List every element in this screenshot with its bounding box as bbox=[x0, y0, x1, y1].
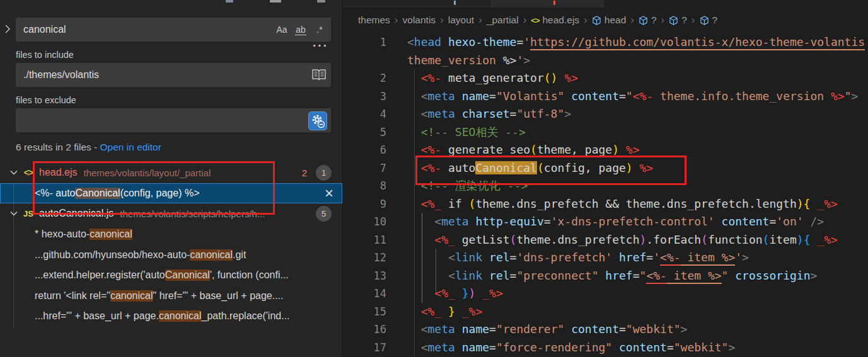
panel-action-icon[interactable] bbox=[270, 0, 281, 3]
code-line[interactable]: 17 <meta name="force-rendering" content=… bbox=[343, 339, 868, 357]
code-token: /> bbox=[810, 215, 824, 228]
code-token: config, page bbox=[544, 161, 626, 174]
use-exclude-settings-toggle[interactable] bbox=[308, 111, 327, 130]
toggle-search-details-button[interactable]: ··· bbox=[313, 40, 328, 52]
code-token: = bbox=[633, 269, 640, 282]
code-token: http-equiv bbox=[475, 215, 543, 228]
code-line[interactable]: 6 <%- generate_seo(theme, page) %> bbox=[343, 141, 868, 159]
indent bbox=[407, 269, 448, 282]
open-in-editor-link[interactable]: Open in editor bbox=[100, 142, 161, 152]
search-open-editors-toggle[interactable] bbox=[311, 68, 327, 82]
code-token: " bbox=[626, 89, 633, 103]
code-token: <%- bbox=[421, 161, 442, 174]
file-result-row[interactable]: <>head.ejsthemes/volantis/layout/_partia… bbox=[0, 162, 342, 183]
gear-exclude-icon bbox=[309, 112, 327, 130]
line-number[interactable]: 1 bbox=[343, 33, 386, 52]
chevron-down-icon bbox=[9, 167, 19, 178]
code-token: = bbox=[769, 215, 776, 228]
code-token: <%_ bbox=[434, 286, 455, 300]
line-number[interactable]: 12 bbox=[343, 249, 386, 267]
code-line[interactable]: 15 <%_ } _%> bbox=[343, 303, 868, 321]
match-row[interactable]: ...href="' + base_url + page.canonical_p… bbox=[0, 306, 342, 327]
code-token: < bbox=[421, 322, 428, 336]
files-to-exclude-input[interactable] bbox=[16, 108, 331, 132]
code-line[interactable]: 1<head hexo-theme='https://github.com/vo… bbox=[343, 33, 868, 52]
code-line[interactable]: 2 <%- meta_generator() %> bbox=[343, 69, 868, 88]
code-token: crossorigin bbox=[735, 269, 810, 282]
file-result-row[interactable]: JSautoCanonical.jsthemes/volantis/script… bbox=[0, 203, 342, 224]
code-token: <%- bbox=[633, 89, 654, 103]
panel-action-icon[interactable] bbox=[226, 0, 233, 3]
line-number[interactable]: 9 bbox=[343, 195, 386, 213]
code-token: %> bbox=[640, 161, 654, 174]
code-token bbox=[619, 143, 626, 156]
code-token bbox=[653, 89, 660, 103]
toggle-replace-button[interactable] bbox=[3, 23, 13, 35]
match-row[interactable]: return '<link rel="canonical" href="' + … bbox=[0, 286, 342, 307]
line-number[interactable]: 8 bbox=[343, 177, 386, 195]
book-icon bbox=[311, 68, 327, 82]
line-number[interactable]: 6 bbox=[343, 141, 386, 159]
match-post-text: _path.replace('ind... bbox=[201, 310, 289, 322]
code-token: ) bbox=[797, 233, 804, 246]
js-file-icon: JS bbox=[20, 209, 37, 218]
code-token: = bbox=[516, 35, 523, 48]
match-row[interactable]: * hexo-auto-canonical bbox=[0, 224, 342, 245]
code-token: " bbox=[845, 89, 852, 103]
line-number[interactable]: 11 bbox=[343, 231, 386, 249]
code-token: meta bbox=[441, 215, 468, 228]
search-results-tree: <>head.ejsthemes/volantis/layout/_partia… bbox=[0, 162, 342, 327]
code-line[interactable]: 9 <%_ if (theme.dns_prefetch && theme.dn… bbox=[343, 195, 868, 213]
line-number[interactable]: 16 bbox=[343, 320, 386, 339]
line-number[interactable]: 14 bbox=[343, 285, 386, 303]
indent bbox=[407, 286, 434, 300]
code-token: %> bbox=[503, 54, 517, 67]
code-token: _%> bbox=[817, 197, 838, 210]
match-row[interactable]: <%- autoCanonical(config, page) %>× bbox=[0, 183, 342, 204]
twistie[interactable] bbox=[9, 208, 20, 218]
code-token: ( bbox=[763, 233, 770, 246]
code-text: <meta charset="utf-8"> bbox=[407, 105, 571, 123]
code-token bbox=[455, 322, 462, 336]
indent bbox=[407, 233, 434, 246]
code-line[interactable]: 8 <!-- 渲染优化 --> bbox=[343, 177, 868, 195]
code-token: ) bbox=[612, 143, 619, 156]
code-line[interactable]: 16 <meta name="renderer" content="webkit… bbox=[343, 320, 868, 339]
match-post-text: (config, page) %> bbox=[120, 188, 200, 199]
twistie[interactable] bbox=[9, 167, 20, 178]
results-count-text: 6 results in 2 files - bbox=[16, 142, 100, 152]
code-token: ) bbox=[797, 197, 804, 210]
code-line[interactable]: 4 <meta charset="utf-8"> bbox=[343, 105, 868, 123]
code-text: <meta name="Volantis" content="<%- theme… bbox=[407, 88, 858, 106]
code-line[interactable]: 5 <!-- SEO相关 --> bbox=[343, 123, 868, 142]
line-number[interactable]: 2 bbox=[343, 69, 386, 88]
code-token: > bbox=[728, 341, 735, 354]
panel-action-icon[interactable] bbox=[317, 0, 325, 3]
line-number[interactable]: 7 bbox=[343, 159, 386, 178]
code-token: _%> bbox=[482, 286, 503, 300]
files-to-include-input[interactable] bbox=[16, 63, 331, 87]
code-text: <%- autoCanonical(config, page) %> bbox=[407, 159, 653, 178]
line-number[interactable]: 17 bbox=[343, 339, 386, 357]
line-number[interactable]: 3 bbox=[343, 88, 386, 106]
regex-toggle[interactable]: .* bbox=[311, 22, 328, 37]
line-number[interactable]: 4 bbox=[343, 105, 386, 123]
match-post-text: " href="' + base_url + page.... bbox=[153, 290, 284, 302]
code-token: rel bbox=[489, 251, 510, 264]
match-row[interactable]: ...extend.helper.register('autoCanonical… bbox=[0, 265, 342, 286]
line-number[interactable]: 13 bbox=[343, 267, 386, 285]
code-token: = bbox=[510, 269, 517, 282]
code-token: ( bbox=[469, 197, 476, 210]
code-line[interactable]: theme_version %>'> bbox=[343, 52, 868, 70]
code-line[interactable]: 3 <meta name="Volantis" content="<%- the… bbox=[343, 88, 868, 106]
line-number[interactable]: 10 bbox=[343, 213, 386, 231]
match-row[interactable]: ...github.com/hyunseob/hexo-auto-canonic… bbox=[0, 244, 342, 265]
match-case-toggle[interactable]: Aa bbox=[274, 22, 290, 37]
line-number[interactable]: 5 bbox=[343, 123, 386, 142]
code-token: name bbox=[462, 89, 489, 103]
match-post-text: ', function (confi... bbox=[210, 269, 289, 281]
dismiss-match-button[interactable]: × bbox=[325, 187, 333, 200]
whole-word-toggle[interactable]: ab bbox=[292, 22, 309, 37]
code-line[interactable]: 7 <%- autoCanonical(config, page) %> bbox=[343, 159, 868, 178]
line-number[interactable]: 15 bbox=[343, 303, 386, 321]
